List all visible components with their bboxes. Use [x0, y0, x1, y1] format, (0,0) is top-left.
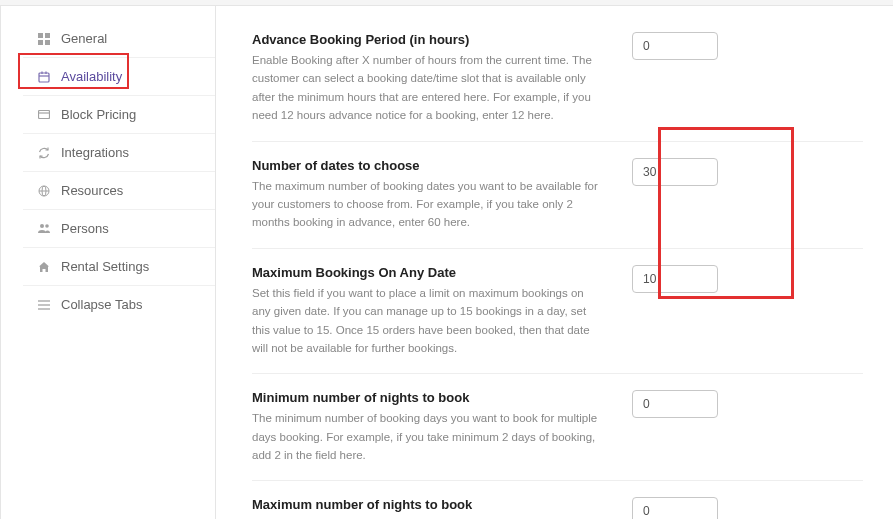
setting-max-bookings: Maximum Bookings On Any Date Set this fi…	[252, 249, 863, 375]
refresh-icon	[37, 146, 51, 160]
sidebar-item-label: Rental Settings	[61, 259, 149, 274]
sidebar-item-rental-settings[interactable]: Rental Settings	[23, 247, 215, 285]
setting-text: Maximum Bookings On Any Date Set this fi…	[252, 265, 602, 358]
sidebar-item-collapse-tabs[interactable]: Collapse Tabs	[23, 285, 215, 323]
setting-max-nights: Maximum number of nights to book The max…	[252, 481, 863, 519]
sidebar-item-label: Block Pricing	[61, 107, 136, 122]
calendar-icon	[37, 70, 51, 84]
card-icon	[37, 108, 51, 122]
sidebar-item-general[interactable]: General	[23, 20, 215, 57]
sidebar-item-integrations[interactable]: Integrations	[23, 133, 215, 171]
top-border	[0, 0, 893, 6]
setting-text: Maximum number of nights to book The max…	[252, 497, 602, 519]
sidebar-item-block-pricing[interactable]: Block Pricing	[23, 95, 215, 133]
setting-text: Number of dates to choose The maximum nu…	[252, 158, 602, 232]
sidebar-item-resources[interactable]: Resources	[23, 171, 215, 209]
setting-input-wrap	[632, 158, 718, 186]
sidebar-item-label: Resources	[61, 183, 123, 198]
setting-input-wrap	[632, 32, 718, 60]
setting-advance-booking: Advance Booking Period (in hours) Enable…	[252, 24, 863, 142]
sidebar: General Availability Block Pricing Integ…	[0, 0, 215, 519]
max-bookings-input[interactable]	[632, 265, 718, 293]
dates-to-choose-input[interactable]	[632, 158, 718, 186]
setting-text: Minimum number of nights to book The min…	[252, 390, 602, 464]
setting-desc: Set this field if you want to place a li…	[252, 284, 602, 358]
setting-input-wrap	[632, 265, 718, 293]
svg-rect-2	[38, 40, 43, 45]
sidebar-item-label: Integrations	[61, 145, 129, 160]
min-nights-input[interactable]	[632, 390, 718, 418]
svg-point-14	[45, 224, 49, 228]
setting-title: Minimum number of nights to book	[252, 390, 602, 405]
menu-icon	[37, 298, 51, 312]
content-area: Advance Booking Period (in hours) Enable…	[215, 0, 893, 519]
setting-title: Number of dates to choose	[252, 158, 602, 173]
sidebar-item-persons[interactable]: Persons	[23, 209, 215, 247]
setting-desc: Enable Booking after X number of hours f…	[252, 51, 602, 125]
svg-rect-1	[45, 33, 50, 38]
advance-booking-input[interactable]	[632, 32, 718, 60]
max-nights-input[interactable]	[632, 497, 718, 519]
svg-rect-0	[38, 33, 43, 38]
setting-title: Maximum number of nights to book	[252, 497, 602, 512]
sidebar-item-availability[interactable]: Availability	[23, 57, 215, 95]
sidebar-item-label: Persons	[61, 221, 109, 236]
sidebar-item-label: Availability	[61, 69, 122, 84]
svg-rect-8	[39, 110, 50, 118]
sidebar-item-label: Collapse Tabs	[61, 297, 142, 312]
setting-input-wrap	[632, 390, 718, 418]
setting-dates-to-choose: Number of dates to choose The maximum nu…	[252, 142, 863, 249]
setting-title: Maximum Bookings On Any Date	[252, 265, 602, 280]
sidebar-item-label: General	[61, 31, 107, 46]
svg-rect-3	[45, 40, 50, 45]
svg-point-13	[40, 224, 44, 228]
grid-icon	[37, 32, 51, 46]
home-icon	[37, 260, 51, 274]
globe-icon	[37, 184, 51, 198]
setting-text: Advance Booking Period (in hours) Enable…	[252, 32, 602, 125]
setting-min-nights: Minimum number of nights to book The min…	[252, 374, 863, 481]
setting-desc: The minimum number of booking days you w…	[252, 409, 602, 464]
setting-desc: The maximum number of booking dates you …	[252, 177, 602, 232]
persons-icon	[37, 222, 51, 236]
setting-title: Advance Booking Period (in hours)	[252, 32, 602, 47]
svg-rect-4	[39, 73, 49, 82]
setting-input-wrap	[632, 497, 718, 519]
